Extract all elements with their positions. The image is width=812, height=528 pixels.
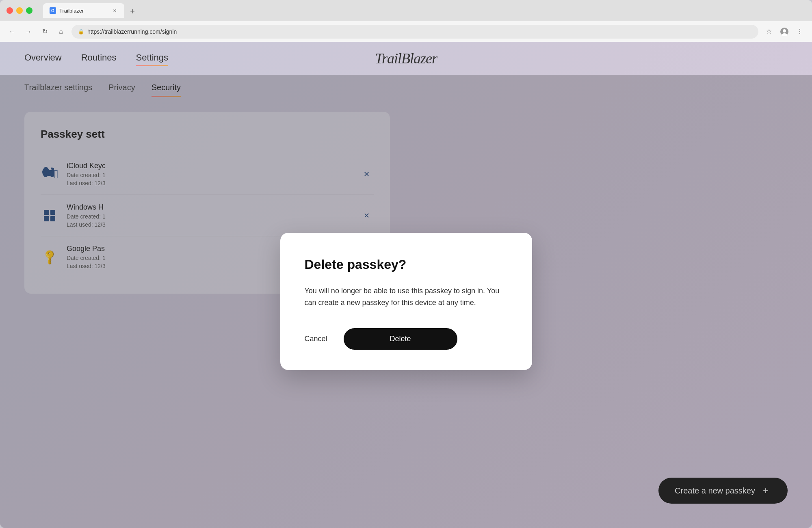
back-button[interactable]: ← bbox=[6, 26, 18, 37]
svg-point-1 bbox=[783, 29, 786, 32]
close-button[interactable] bbox=[6, 7, 13, 14]
tab-title: Trailblazer bbox=[59, 8, 108, 14]
nav-overview[interactable]: Overview bbox=[24, 52, 62, 65]
content-area: Trailblazer settings Privacy Security Pa… bbox=[0, 75, 812, 528]
new-tab-button[interactable]: + bbox=[126, 5, 139, 18]
modal-actions: Cancel Delete bbox=[305, 328, 508, 350]
tab-bar: G Trailblazer ✕ + bbox=[43, 3, 806, 18]
app-logo: TrailBlazer bbox=[375, 50, 437, 67]
addressbar-actions: ☆ ⋮ bbox=[763, 26, 806, 37]
menu-icon[interactable]: ⋮ bbox=[794, 26, 806, 37]
modal-body: You will no longer be able to use this p… bbox=[305, 285, 508, 309]
lock-icon: 🔒 bbox=[78, 29, 84, 35]
reload-button[interactable]: ↻ bbox=[39, 26, 50, 37]
app-container: Overview Routines Settings TrailBlazer bbox=[0, 42, 812, 528]
modal-overlay: Delete passkey? You will no longer be ab… bbox=[0, 75, 812, 528]
tab-close-button[interactable]: ✕ bbox=[111, 7, 118, 14]
bookmark-icon[interactable]: ☆ bbox=[763, 26, 775, 37]
nav-settings[interactable]: Settings bbox=[136, 52, 169, 65]
browser-tab[interactable]: G Trailblazer ✕ bbox=[43, 3, 124, 18]
browser-frame: G Trailblazer ✕ + ← → ↻ ⌂ 🔒 https://trai… bbox=[0, 0, 812, 528]
maximize-button[interactable] bbox=[26, 7, 32, 14]
nav-routines[interactable]: Routines bbox=[81, 52, 117, 65]
page-content: Overview Routines Settings TrailBlazer bbox=[0, 42, 812, 528]
tab-favicon-icon: G bbox=[50, 7, 56, 14]
forward-button[interactable]: → bbox=[23, 26, 34, 37]
browser-titlebar: G Trailblazer ✕ + bbox=[0, 0, 812, 21]
modal-title: Delete passkey? bbox=[305, 257, 508, 272]
minimize-button[interactable] bbox=[16, 7, 23, 14]
address-bar: ← → ↻ ⌂ 🔒 https://trailblazerrunning.com… bbox=[0, 21, 812, 42]
delete-passkey-modal: Delete passkey? You will no longer be ab… bbox=[280, 233, 532, 370]
url-text: https://trailblazerrunning.com/signin bbox=[87, 28, 177, 35]
url-input[interactable]: 🔒 https://trailblazerrunning.com/signin bbox=[71, 25, 758, 39]
modal-cancel-button[interactable]: Cancel bbox=[305, 335, 327, 343]
profile-icon[interactable] bbox=[779, 26, 790, 37]
nav-links: Overview Routines Settings bbox=[24, 52, 168, 65]
traffic-lights bbox=[6, 7, 32, 14]
app-nav: Overview Routines Settings TrailBlazer bbox=[0, 42, 812, 75]
modal-delete-button[interactable]: Delete bbox=[344, 328, 457, 350]
home-button[interactable]: ⌂ bbox=[55, 26, 67, 37]
